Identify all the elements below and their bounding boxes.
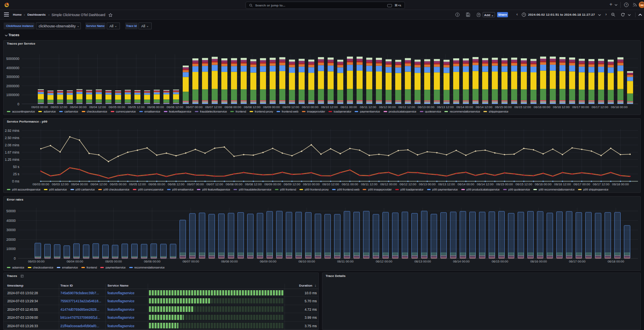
svg-text:06/09 12:00: 06/09 12:00 [283, 105, 299, 109]
svg-text:10000: 10000 [6, 247, 16, 251]
svg-text:06/14 00:00: 06/14 00:00 [458, 182, 475, 186]
svg-text:0: 0 [17, 102, 19, 106]
svg-text:2.92 mins: 2.92 mins [5, 129, 19, 133]
svg-text:06/17 00:00: 06/17 00:00 [569, 260, 586, 263]
svg-text:06/12 12:00: 06/12 12:00 [400, 182, 417, 186]
svg-text:06/14 12:00: 06/14 12:00 [477, 182, 494, 186]
svg-text:06/08 00:00: 06/08 00:00 [225, 105, 242, 109]
svg-text:5000000: 5000000 [6, 57, 20, 61]
svg-text:06/07 00:00: 06/07 00:00 [186, 105, 203, 109]
svg-text:06/05 12:00: 06/05 12:00 [128, 105, 145, 109]
svg-text:06/03 00:00: 06/03 00:00 [28, 260, 45, 263]
svg-text:4000000: 4000000 [6, 66, 20, 70]
svg-text:06/15 12:00: 06/15 12:00 [516, 182, 533, 186]
svg-text:06/18 00:00: 06/18 00:00 [611, 105, 628, 109]
svg-text:0 ms: 0 ms [12, 179, 19, 183]
svg-text:06/17 00:00: 06/17 00:00 [574, 182, 590, 186]
svg-text:1000000: 1000000 [6, 93, 20, 97]
svg-text:40000: 40000 [6, 219, 16, 223]
svg-text:25 s: 25 s [13, 172, 19, 176]
svg-text:06/17 12:00: 06/17 12:00 [593, 182, 610, 186]
svg-text:06/10 12:00: 06/10 12:00 [321, 105, 338, 109]
svg-text:06/05 00:00: 06/05 00:00 [110, 182, 127, 186]
svg-text:06/12 00:00: 06/12 00:00 [380, 182, 397, 186]
svg-text:06/13 00:00: 06/13 00:00 [414, 260, 431, 263]
svg-text:06/14 00:00: 06/14 00:00 [453, 260, 470, 263]
svg-text:06/08 12:00: 06/08 12:00 [244, 105, 261, 109]
svg-text:06/12 00:00: 06/12 00:00 [379, 105, 396, 109]
svg-text:06/11 00:00: 06/11 00:00 [342, 182, 358, 186]
svg-text:06/10 12:00: 06/10 12:00 [322, 182, 339, 186]
svg-text:06/07 12:00: 06/07 12:00 [205, 105, 222, 109]
svg-text:06/13 00:00: 06/13 00:00 [419, 182, 436, 186]
svg-text:06/10 00:00: 06/10 00:00 [303, 182, 320, 186]
svg-text:06/15 00:00: 06/15 00:00 [495, 105, 512, 109]
svg-text:06/16 00:00: 06/16 00:00 [535, 182, 552, 186]
svg-text:06/09 00:00: 06/09 00:00 [260, 260, 277, 263]
svg-text:06/15 00:00: 06/15 00:00 [496, 182, 513, 186]
svg-text:06/11 12:00: 06/11 12:00 [360, 105, 376, 109]
svg-text:1.25 mins: 1.25 mins [5, 158, 19, 162]
svg-text:06/12 12:00: 06/12 12:00 [398, 105, 415, 109]
svg-text:06/14 12:00: 06/14 12:00 [476, 105, 493, 109]
svg-text:06/06 12:00: 06/06 12:00 [167, 105, 184, 109]
svg-text:06/15 00:00: 06/15 00:00 [491, 260, 508, 263]
svg-text:06/06 00:00: 06/06 00:00 [147, 105, 164, 109]
svg-text:06/03 12:00: 06/03 12:00 [52, 182, 69, 186]
svg-text:06/13 12:00: 06/13 12:00 [438, 182, 455, 186]
svg-text:06/07 00:00: 06/07 00:00 [182, 260, 199, 263]
svg-text:06/17 12:00: 06/17 12:00 [592, 105, 609, 109]
svg-text:06/15 12:00: 06/15 12:00 [514, 105, 531, 109]
svg-text:50 s: 50 s [13, 165, 19, 169]
svg-text:06/18 00:00: 06/18 00:00 [607, 260, 624, 263]
svg-text:06/08 00:00: 06/08 00:00 [221, 260, 238, 263]
svg-text:06/05 00:00: 06/05 00:00 [109, 105, 126, 109]
svg-text:06/10 00:00: 06/10 00:00 [298, 260, 315, 263]
svg-text:06/04 00:00: 06/04 00:00 [71, 182, 88, 186]
svg-text:06/16 00:00: 06/16 00:00 [530, 260, 547, 263]
svg-text:06/07 00:00: 06/07 00:00 [187, 182, 204, 186]
svg-text:06/09 00:00: 06/09 00:00 [264, 182, 281, 186]
svg-text:06/05 00:00: 06/05 00:00 [105, 260, 122, 263]
svg-text:06/14 00:00: 06/14 00:00 [456, 105, 473, 109]
svg-text:06/16 00:00: 06/16 00:00 [534, 105, 551, 109]
svg-text:06/16 12:00: 06/16 12:00 [553, 105, 570, 109]
svg-text:06/04 00:00: 06/04 00:00 [66, 260, 83, 263]
svg-text:06/04 12:00: 06/04 12:00 [89, 105, 106, 109]
svg-text:2000000: 2000000 [6, 84, 20, 88]
svg-text:06/09 00:00: 06/09 00:00 [263, 105, 280, 109]
svg-text:0: 0 [14, 256, 16, 260]
svg-text:2.50 mins: 2.50 mins [5, 136, 19, 140]
svg-text:06/11 00:00: 06/11 00:00 [341, 105, 357, 109]
svg-text:06/07 12:00: 06/07 12:00 [206, 182, 223, 186]
svg-text:06/03 00:00: 06/03 00:00 [33, 182, 50, 186]
svg-text:1.67 mins: 1.67 mins [5, 150, 19, 154]
svg-text:06/11 12:00: 06/11 12:00 [361, 182, 378, 186]
svg-text:2.08 mins: 2.08 mins [5, 143, 19, 147]
svg-text:06/03 12:00: 06/03 12:00 [51, 105, 68, 109]
svg-text:06/08 12:00: 06/08 12:00 [245, 182, 262, 186]
svg-text:06/10 00:00: 06/10 00:00 [302, 105, 319, 109]
svg-text:06/04 00:00: 06/04 00:00 [70, 105, 87, 109]
svg-text:06/08 00:00: 06/08 00:00 [226, 182, 243, 186]
svg-text:06/09 12:00: 06/09 12:00 [284, 182, 301, 186]
svg-text:3000000: 3000000 [6, 75, 20, 79]
svg-text:06/06 12:00: 06/06 12:00 [168, 182, 185, 186]
svg-text:?: ? [625, 4, 627, 6]
svg-text:50000: 50000 [6, 209, 16, 213]
svg-text:06/04 12:00: 06/04 12:00 [91, 182, 107, 186]
svg-text:06/06 00:00: 06/06 00:00 [149, 182, 165, 186]
svg-text:06/06 00:00: 06/06 00:00 [144, 260, 161, 263]
svg-text:30000: 30000 [6, 228, 16, 232]
svg-text:06/18 00:00: 06/18 00:00 [612, 182, 629, 186]
svg-text:06/03 00:00: 06/03 00:00 [31, 105, 48, 109]
svg-text:06/11 00:00: 06/11 00:00 [337, 260, 354, 263]
svg-text:20000: 20000 [6, 238, 16, 242]
svg-text:06/16 12:00: 06/16 12:00 [554, 182, 571, 186]
svg-text:06/13 12:00: 06/13 12:00 [437, 105, 454, 109]
svg-text:06/12 00:00: 06/12 00:00 [376, 260, 392, 263]
svg-text:06/17 00:00: 06/17 00:00 [572, 105, 589, 109]
svg-text:06/13 00:00: 06/13 00:00 [418, 105, 435, 109]
svg-text:06/05 12:00: 06/05 12:00 [129, 182, 146, 186]
